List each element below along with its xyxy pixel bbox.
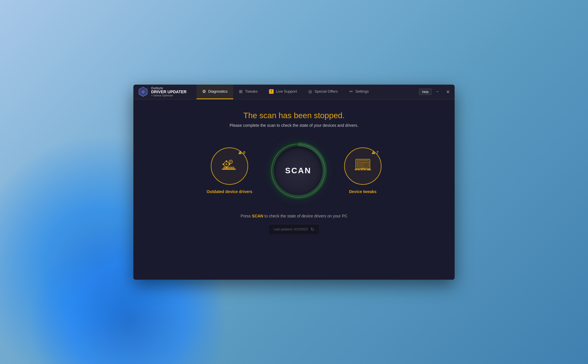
tab-special-offers-label: Special Offers — [314, 89, 338, 94]
scan-button[interactable]: SCAN — [274, 146, 323, 195]
nav-tabs: ⚙ Diagnostics ⊞ Tweaks ! Live Support ◎ … — [196, 85, 416, 99]
refresh-icon[interactable]: ↻ — [311, 227, 314, 232]
press-scan-highlight: SCAN — [252, 214, 263, 218]
svg-rect-31 — [359, 170, 361, 170]
app-window: O Outbyte DRIVER UPDATER + Device Optimi… — [133, 85, 455, 280]
svg-rect-14 — [223, 166, 234, 169]
scan-status-subtitle: Please complete the scan to check the st… — [229, 123, 358, 128]
svg-rect-7 — [226, 160, 227, 161]
tab-diagnostics[interactable]: ⚙ Diagnostics — [196, 85, 233, 99]
logo-product: DRIVER UPDATER — [151, 90, 186, 94]
svg-rect-15 — [224, 167, 225, 168]
special-offers-icon: ◎ — [308, 89, 312, 94]
press-scan-post: to check the state of device drivers on … — [263, 214, 347, 218]
tab-live-support-label: Live Support — [276, 89, 297, 94]
tab-special-offers[interactable]: ◎ Special Offers — [303, 85, 343, 99]
outdated-drivers-card: ! 0 — [207, 147, 252, 194]
outdated-drivers-circle: ! 0 — [211, 147, 248, 185]
last-updated-text: Last updated: 3/23/2023 — [274, 227, 308, 231]
svg-rect-29 — [361, 168, 365, 169]
warning-triangle-icon: ! — [238, 150, 242, 154]
svg-point-12 — [230, 161, 231, 162]
window-controls: Help − ✕ — [416, 85, 455, 99]
device-tweaks-label: Device tweaks — [349, 189, 377, 194]
close-button[interactable]: ✕ — [443, 87, 452, 96]
svg-rect-19 — [231, 167, 232, 168]
close-icon: ✕ — [446, 89, 450, 95]
svg-text:!: ! — [240, 152, 240, 154]
tab-settings[interactable]: ✂ Settings — [344, 85, 375, 99]
tab-live-support[interactable]: ! Live Support — [263, 85, 303, 99]
outdated-drivers-badge: ! 0 — [238, 150, 245, 155]
svg-rect-18 — [229, 167, 230, 168]
logo-text-block: Outbyte DRIVER UPDATER + Device Optimize… — [151, 87, 186, 97]
press-scan-pre: Press — [241, 214, 252, 218]
press-scan-instruction: Press SCAN to check the state of device … — [241, 214, 348, 218]
svg-text:O: O — [142, 90, 145, 94]
status-bar: Last updated: 3/23/2023 ↻ — [269, 224, 319, 234]
svg-rect-30 — [356, 170, 358, 170]
live-support-badge: ! — [269, 89, 274, 94]
main-content: The scan has been stopped. Please comple… — [133, 100, 455, 280]
svg-rect-16 — [226, 167, 227, 168]
tab-tweaks-label: Tweaks — [245, 89, 258, 94]
tab-tweaks[interactable]: ⊞ Tweaks — [233, 85, 263, 99]
svg-rect-9 — [223, 163, 224, 165]
help-button[interactable]: Help — [419, 89, 432, 95]
svg-point-6 — [225, 163, 227, 165]
scan-status-title: The scan has been stopped. — [243, 111, 344, 120]
device-tweaks-count: 7 — [377, 150, 379, 155]
svg-rect-32 — [362, 170, 364, 170]
tweaks-icon: ⊞ — [239, 89, 243, 94]
scan-area: ! 0 — [207, 142, 381, 199]
svg-rect-33 — [365, 170, 367, 170]
outdated-drivers-count: 0 — [243, 150, 245, 155]
logo-area: O Outbyte DRIVER UPDATER + Device Optimi… — [133, 85, 196, 99]
diagnostics-icon: ⚙ — [202, 89, 206, 94]
scan-button-container: SCAN — [270, 142, 327, 199]
warning-triangle-icon-2: ! — [371, 150, 375, 154]
device-tweaks-circle: ! 7 — [344, 147, 381, 185]
device-tweaks-card: ! 7 — [344, 147, 381, 194]
minimize-icon: − — [436, 89, 439, 94]
svg-rect-20 — [233, 167, 234, 168]
settings-icon: ✂ — [349, 89, 353, 94]
device-tweaks-icon — [353, 155, 373, 177]
outdated-drivers-icon — [219, 155, 240, 177]
svg-rect-10 — [229, 163, 230, 165]
svg-rect-17 — [227, 167, 229, 168]
title-bar: O Outbyte DRIVER UPDATER + Device Optimi… — [133, 85, 455, 100]
device-tweaks-badge: ! 7 — [371, 150, 379, 155]
svg-text:!: ! — [373, 152, 374, 154]
minimize-button[interactable]: − — [433, 87, 442, 96]
scan-button-label: SCAN — [285, 166, 311, 175]
tab-diagnostics-label: Diagnostics — [208, 89, 227, 94]
logo-sub: + Device Optimizer — [151, 94, 186, 97]
tab-settings-label: Settings — [355, 89, 369, 94]
outdated-drivers-label: Outdated device drivers — [207, 189, 252, 194]
scan-outer-ring: SCAN — [270, 142, 327, 199]
app-logo-icon: O — [138, 87, 148, 97]
